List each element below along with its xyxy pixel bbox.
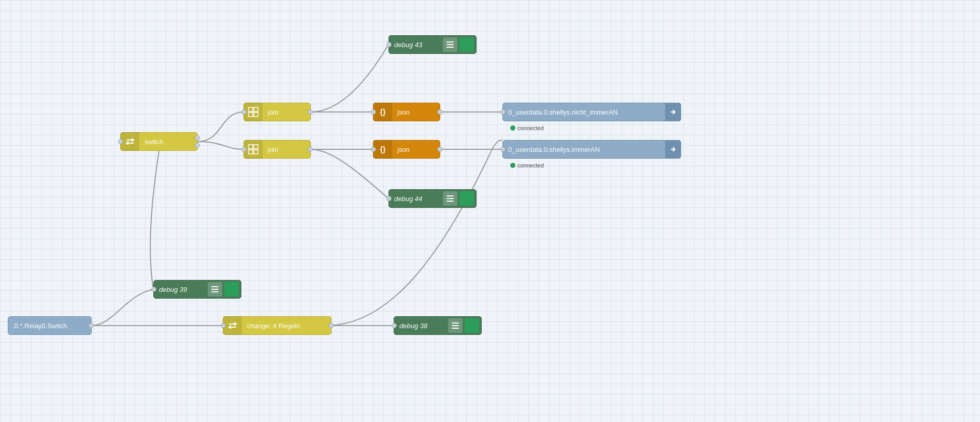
json1-icon: {} bbox=[373, 103, 392, 121]
debug43-label: debug 43 bbox=[389, 41, 443, 49]
change-label: change: 4 Regeln bbox=[242, 322, 305, 330]
mqtt2-label: 0_userdata.0.shellys.immerAN bbox=[503, 146, 665, 153]
debug39-node[interactable]: debug 39 bbox=[153, 280, 241, 299]
mqtt2-status-label: connected bbox=[517, 162, 544, 168]
join2-node[interactable]: join bbox=[243, 140, 311, 159]
debug39-input-port bbox=[151, 287, 156, 292]
json2-label: json bbox=[392, 146, 415, 153]
svg-rect-15 bbox=[211, 289, 219, 290]
join1-node[interactable]: join bbox=[243, 103, 311, 121]
debug43-node[interactable]: debug 43 bbox=[388, 35, 477, 54]
debug38-label: debug 38 bbox=[394, 322, 448, 330]
debug39-label: debug 39 bbox=[154, 286, 208, 293]
switch-input-port bbox=[118, 139, 123, 144]
svg-rect-2 bbox=[249, 112, 253, 117]
debug43-menu-btn[interactable] bbox=[443, 37, 457, 52]
svg-rect-12 bbox=[446, 198, 454, 199]
svg-rect-19 bbox=[452, 328, 459, 329]
svg-rect-3 bbox=[254, 112, 258, 117]
svg-rect-11 bbox=[446, 195, 454, 196]
join2-icon bbox=[244, 140, 263, 159]
debug38-menu-btn[interactable] bbox=[448, 318, 463, 333]
relay-output-port bbox=[89, 323, 94, 328]
join2-input-port bbox=[241, 147, 247, 152]
svg-rect-13 bbox=[446, 201, 454, 202]
mqtt2-status-dot bbox=[510, 163, 515, 168]
json1-output-port bbox=[437, 109, 442, 115]
json1-label: json bbox=[392, 108, 415, 116]
change-icon bbox=[223, 316, 242, 335]
mqtt2-arrow-icon bbox=[665, 140, 681, 159]
svg-rect-8 bbox=[446, 41, 454, 43]
join1-label: join bbox=[263, 108, 283, 116]
join1-input-port bbox=[241, 109, 247, 115]
debug44-label: debug 44 bbox=[389, 195, 443, 203]
debug39-menu-btn[interactable] bbox=[208, 282, 222, 297]
change-output-port bbox=[328, 323, 334, 328]
join1-output-port bbox=[308, 109, 313, 115]
mqtt1-node[interactable]: 0_userdata.0.shellys.nicht_immerAN conne… bbox=[502, 103, 681, 121]
debug38-node[interactable]: debug 38 bbox=[394, 316, 482, 335]
debug38-input-port bbox=[392, 323, 397, 328]
svg-rect-9 bbox=[446, 44, 454, 45]
mqtt1-status: connected bbox=[510, 125, 544, 131]
switch-icon bbox=[121, 132, 139, 151]
mqtt1-status-label: connected bbox=[517, 125, 544, 131]
mqtt2-input-port bbox=[500, 147, 506, 152]
svg-rect-0 bbox=[249, 107, 253, 111]
join2-output-port bbox=[308, 147, 313, 152]
svg-rect-5 bbox=[254, 145, 258, 149]
mqtt1-status-dot bbox=[510, 125, 515, 131]
join1-icon bbox=[244, 103, 263, 121]
svg-rect-18 bbox=[452, 325, 459, 326]
json2-output-port bbox=[437, 147, 442, 152]
switch-label: switch bbox=[139, 138, 168, 146]
svg-rect-16 bbox=[211, 291, 219, 292]
change-input-port bbox=[221, 323, 226, 328]
svg-rect-17 bbox=[452, 322, 459, 323]
debug44-node[interactable]: debug 44 bbox=[388, 189, 477, 208]
switch-output-port-2 bbox=[195, 143, 200, 148]
json2-icon: {} bbox=[373, 140, 392, 159]
json1-input-port bbox=[371, 109, 376, 115]
svg-rect-7 bbox=[254, 150, 258, 154]
svg-rect-4 bbox=[249, 145, 253, 149]
mqtt1-label: 0_userdata.0.shellys.nicht_immerAN bbox=[503, 108, 665, 116]
mqtt2-node[interactable]: 0_userdata.0.shellys.immerAN connected bbox=[502, 140, 681, 159]
debug43-input-port bbox=[386, 42, 392, 47]
join2-label: join bbox=[263, 146, 283, 153]
mqtt1-arrow-icon bbox=[665, 103, 681, 121]
relay-node[interactable]: .0.*.Relay0.Switch bbox=[8, 316, 92, 335]
json2-input-port bbox=[371, 147, 376, 152]
svg-rect-6 bbox=[249, 150, 253, 154]
svg-rect-14 bbox=[211, 286, 219, 287]
switch-output-port-1 bbox=[195, 135, 200, 140]
svg-rect-10 bbox=[446, 47, 454, 48]
switch-node[interactable]: switch bbox=[120, 132, 198, 151]
change-node[interactable]: change: 4 Regeln bbox=[223, 316, 332, 335]
debug44-toggle-btn[interactable] bbox=[459, 191, 474, 206]
json2-node[interactable]: {} json bbox=[373, 140, 440, 159]
json1-node[interactable]: {} json bbox=[373, 103, 440, 121]
svg-rect-1 bbox=[254, 107, 258, 111]
debug44-menu-btn[interactable] bbox=[443, 191, 457, 206]
debug43-toggle-btn[interactable] bbox=[459, 37, 474, 52]
debug38-toggle-btn[interactable] bbox=[465, 318, 479, 333]
debug44-input-port bbox=[386, 196, 392, 201]
mqtt2-status: connected bbox=[510, 162, 544, 168]
mqtt1-input-port bbox=[500, 109, 506, 115]
relay-label: .0.*.Relay0.Switch bbox=[8, 322, 91, 330]
debug39-toggle-btn[interactable] bbox=[224, 282, 239, 297]
